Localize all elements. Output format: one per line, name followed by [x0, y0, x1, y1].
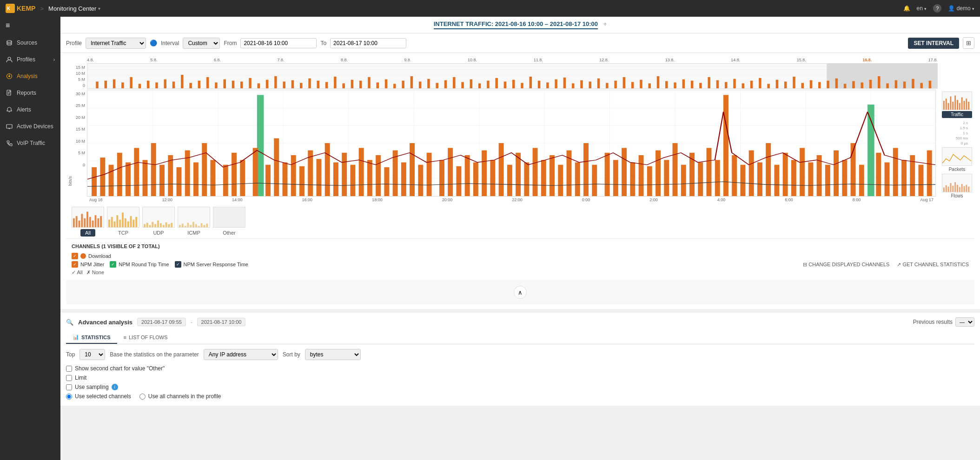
logo[interactable]: K KEMP [6, 4, 35, 13]
svg-rect-207 [715, 160, 720, 196]
prev-results-select[interactable]: — [955, 317, 974, 327]
sampling-checkbox[interactable] [66, 384, 72, 390]
get-channel-stats-button[interactable]: ↗ GET CHANNEL STATISTICS [897, 262, 969, 268]
base-select[interactable]: Any IP address [204, 349, 278, 360]
overview-chart[interactable] [87, 63, 938, 89]
svg-rect-38 [266, 80, 268, 88]
channel-checkbox-download[interactable]: ✓ [72, 253, 78, 259]
proto-tab-chart-icmp [178, 207, 210, 228]
svg-rect-168 [376, 155, 381, 196]
second-chart-checkbox[interactable] [66, 366, 72, 372]
svg-rect-177 [456, 166, 461, 196]
collapse-button[interactable]: ∧ [514, 286, 527, 299]
svg-rect-212 [757, 162, 762, 196]
interval-select[interactable]: Custom [183, 38, 220, 49]
svg-rect-294 [192, 222, 194, 227]
user-menu[interactable]: 👤 demo ▾ [948, 5, 974, 12]
svg-rect-172 [410, 143, 415, 196]
change-channels-button[interactable]: ⊟ CHANGE DISPLAYED CHANNELS [803, 262, 889, 268]
x-label: 12:00 [162, 197, 173, 202]
prev-results-label: Previous results [913, 319, 953, 325]
hamburger-menu[interactable]: ≡ [0, 17, 60, 34]
grid-view-button[interactable]: ⊞ [963, 37, 974, 49]
svg-rect-166 [359, 148, 364, 196]
tab-list-of-flows[interactable]: ≡ LIST OF FLOWS [117, 331, 174, 344]
notification-icon[interactable]: 🔔 [903, 5, 910, 12]
svg-rect-174 [427, 153, 432, 196]
svg-rect-144 [159, 165, 165, 196]
svg-rect-84 [657, 76, 659, 88]
main-content: INTERNET TRAFFIC: 2021-08-16 10:00 – 202… [60, 17, 980, 460]
svg-rect-112 [895, 80, 897, 88]
svg-rect-148 [193, 162, 199, 196]
channel-checkbox-npm-jitter[interactable]: ✓ [72, 261, 78, 268]
to-date-input[interactable] [330, 38, 406, 48]
previous-results: Previous results — [913, 317, 974, 327]
proto-tab-other[interactable]: Other [213, 207, 245, 237]
proto-tab-udp[interactable]: UDP [142, 207, 175, 237]
add-tab-button[interactable]: + [603, 20, 607, 27]
svg-rect-176 [448, 148, 453, 196]
limit-checkbox[interactable] [66, 375, 72, 381]
svg-rect-272 [122, 212, 124, 227]
all-channels-radio[interactable] [139, 394, 146, 400]
proto-label-other: Other [218, 229, 240, 237]
svg-rect-89 [699, 83, 702, 88]
sidebar-item-sources[interactable]: Sources [0, 34, 60, 51]
proto-tab-all[interactable]: All [72, 207, 104, 237]
svg-rect-179 [473, 162, 478, 196]
user-icon [6, 56, 13, 63]
select-all-link[interactable]: ✓ All [72, 269, 83, 276]
svg-rect-267 [108, 220, 110, 227]
mini-chart-packets-box[interactable] [942, 147, 972, 166]
sort-select[interactable]: bytes [305, 349, 361, 360]
svg-rect-32 [215, 82, 217, 88]
profile-select[interactable]: Internet Traffic [86, 38, 146, 49]
selected-channels-radio[interactable] [66, 394, 72, 400]
svg-rect-282 [154, 224, 156, 227]
help-icon[interactable]: ? [933, 4, 941, 13]
svg-rect-66 [504, 82, 506, 88]
channel-checkbox-npm-server[interactable]: ✓ [175, 261, 181, 268]
tab-statistics[interactable]: 📊 STATISTICS [66, 331, 117, 344]
svg-rect-254 [966, 185, 967, 192]
language-selector[interactable]: en ▾ [917, 5, 927, 12]
top-select[interactable]: 10 [79, 349, 105, 360]
svg-rect-44 [317, 81, 319, 88]
proto-tab-icmp[interactable]: ICMP [178, 207, 210, 237]
top-x-label: 6.8. [214, 58, 221, 62]
proto-tab-tcp[interactable]: TCP [107, 207, 139, 237]
svg-rect-291 [185, 226, 186, 227]
svg-rect-104 [827, 81, 829, 88]
topbar-title[interactable]: Monitoring Center ▾ [48, 5, 100, 12]
sidebar-item-active-devices[interactable]: Active Devices [0, 118, 60, 135]
channel-checkbox-npm-round[interactable]: ✓ [110, 261, 116, 268]
svg-rect-40 [283, 82, 285, 88]
sidebar-item-profiles[interactable]: Profiles › [0, 51, 60, 68]
sidebar-item-alerts[interactable]: Alerts [0, 101, 60, 118]
svg-rect-154 [253, 148, 258, 196]
set-interval-button[interactable]: SET INTERVAL [908, 38, 959, 49]
svg-rect-230 [919, 165, 924, 196]
bell-icon [6, 106, 13, 113]
sidebar-item-voip[interactable]: VoIP Traffic [0, 135, 60, 151]
sidebar-item-analysis[interactable]: Analysis [0, 68, 60, 85]
main-chart-wrapper: 30 M 25 M 20 M 15 M 10 M 5 M 0 bits/s [66, 90, 974, 202]
svg-rect-68 [521, 83, 523, 88]
svg-rect-187 [541, 160, 546, 196]
svg-rect-265 [97, 218, 99, 227]
select-none-link[interactable]: ✗ None [86, 269, 104, 276]
mini-chart-traffic-box[interactable] [942, 92, 972, 110]
mini-chart-packets: Packets [940, 147, 974, 172]
from-date-input[interactable] [240, 38, 317, 48]
main-chart-plot[interactable] [87, 90, 936, 197]
from-label: From [224, 40, 237, 46]
mini-chart-flows-box[interactable] [942, 174, 972, 192]
svg-rect-74 [572, 83, 574, 88]
traffic-button[interactable]: Traffic [942, 111, 972, 118]
sidebar-item-reports[interactable]: Reports [0, 85, 60, 101]
svg-rect-138 [109, 165, 114, 196]
svg-rect-55 [411, 76, 413, 88]
sampling-info-icon[interactable]: i [112, 384, 118, 390]
channel-row-2: ✓ NPM Jitter ✓ NPM Round Trip Time ✓ NPM… [72, 261, 969, 268]
